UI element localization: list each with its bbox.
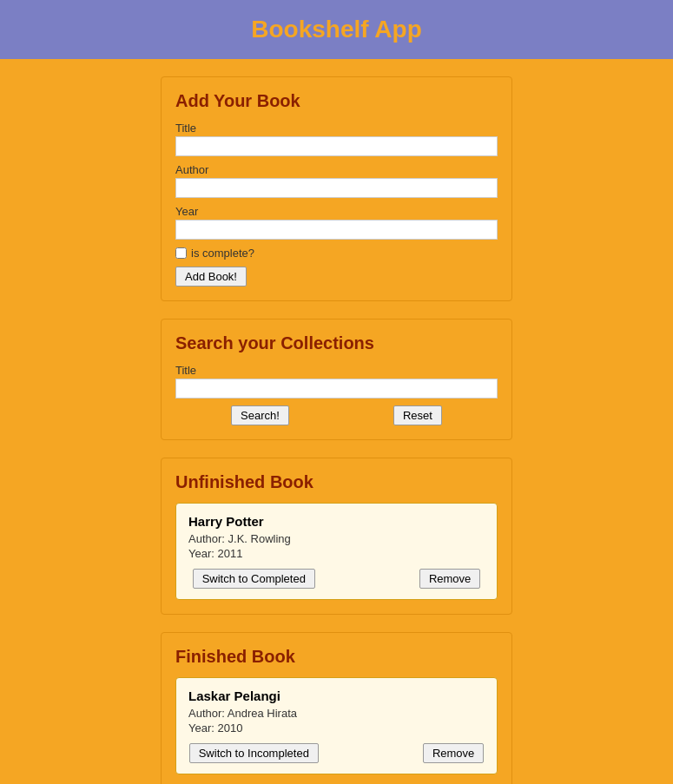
unfinished-book-card: Unfinished Book Harry Potter Author: J.K… bbox=[161, 458, 512, 615]
finished-book-title: Laskar Pelangi bbox=[188, 688, 485, 703]
unfinished-book-actions: Switch to Completed Remove bbox=[188, 569, 485, 589]
year-label: Year bbox=[175, 205, 498, 218]
is-complete-group: is complete? bbox=[175, 247, 498, 260]
search-title-label: Title bbox=[175, 364, 498, 377]
finished-book-card: Finished Book Laskar Pelangi Author: And… bbox=[161, 632, 512, 784]
finished-book-item: Laskar Pelangi Author: Andrea Hirata Yea… bbox=[175, 677, 498, 774]
app-header: Bookshelf App bbox=[0, 0, 673, 59]
finished-heading: Finished Book bbox=[175, 647, 498, 667]
is-complete-label: is complete? bbox=[191, 247, 254, 260]
finished-book-author: Author: Andrea Hirata bbox=[188, 707, 485, 720]
search-heading: Search your Collections bbox=[175, 333, 498, 353]
finished-book-year: Year: 2010 bbox=[188, 721, 485, 735]
unfinished-book-year: Year: 2011 bbox=[188, 547, 485, 560]
add-book-heading: Add Your Book bbox=[175, 91, 498, 111]
switch-to-completed-button[interactable]: Switch to Completed bbox=[193, 569, 315, 589]
search-button[interactable]: Search! bbox=[231, 405, 289, 425]
unfinished-book-item: Harry Potter Author: J.K. Rowling Year: … bbox=[175, 503, 498, 600]
remove-finished-button[interactable]: Remove bbox=[423, 743, 484, 763]
unfinished-heading: Unfinished Book bbox=[175, 472, 498, 492]
search-title-form-group: Title bbox=[175, 364, 498, 399]
title-label: Title bbox=[175, 122, 498, 135]
finished-book-actions: Switch to Incompleted Remove bbox=[188, 743, 485, 763]
year-form-group: Year bbox=[175, 205, 498, 240]
switch-to-incompleted-button[interactable]: Switch to Incompleted bbox=[189, 743, 319, 763]
unfinished-book-author: Author: J.K. Rowling bbox=[188, 532, 485, 545]
remove-unfinished-button[interactable]: Remove bbox=[419, 569, 480, 589]
title-input[interactable] bbox=[175, 136, 498, 156]
app-title: Bookshelf App bbox=[16, 16, 657, 43]
is-complete-checkbox[interactable] bbox=[175, 247, 187, 259]
search-buttons-group: Search! Reset bbox=[175, 405, 498, 425]
author-label: Author bbox=[175, 163, 498, 176]
add-book-card: Add Your Book Title Author Year is compl… bbox=[161, 76, 512, 301]
author-form-group: Author bbox=[175, 163, 498, 198]
year-input[interactable] bbox=[175, 220, 498, 240]
search-title-input[interactable] bbox=[175, 379, 498, 399]
search-card: Search your Collections Title Search! Re… bbox=[161, 319, 512, 440]
reset-button[interactable]: Reset bbox=[393, 405, 442, 425]
add-book-button[interactable]: Add Book! bbox=[175, 267, 247, 287]
author-input[interactable] bbox=[175, 178, 498, 198]
unfinished-book-title: Harry Potter bbox=[188, 514, 485, 529]
title-form-group: Title bbox=[175, 122, 498, 156]
